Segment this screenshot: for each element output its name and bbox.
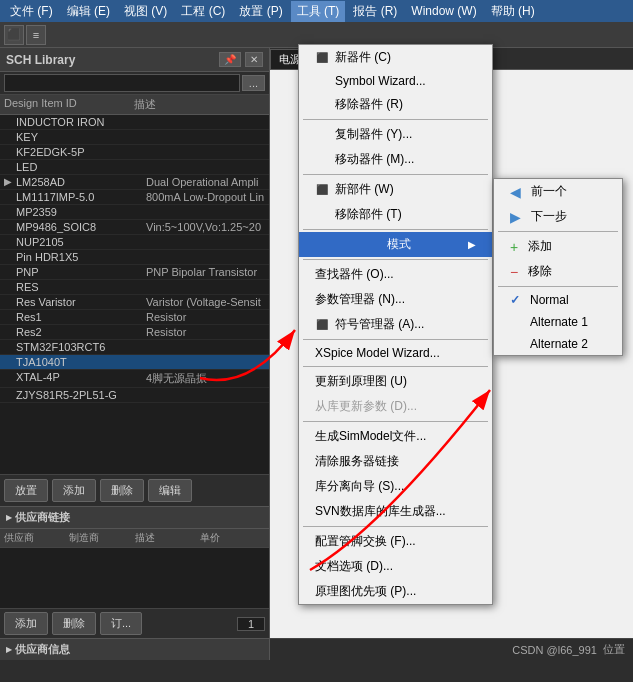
- symbol-wizard-icon: [315, 74, 329, 88]
- menu-pin-swap[interactable]: 配置管脚交换 (F)...: [299, 529, 492, 554]
- list-item[interactable]: RES: [0, 280, 269, 295]
- menu-lib-split[interactable]: 库分离向导 (S)...: [299, 474, 492, 499]
- menu-simmodel[interactable]: 生成SimModel文件...: [299, 424, 492, 449]
- menu-schematic-prefs[interactable]: 原理图优先项 (P)...: [299, 579, 492, 604]
- search-button[interactable]: ...: [242, 75, 265, 91]
- menu-tools[interactable]: 工具 (T): [291, 1, 346, 22]
- menu-xspice[interactable]: XSpice Model Wizard...: [299, 342, 492, 364]
- page-control: [237, 617, 265, 631]
- menu-update-schematic[interactable]: 更新到原理图 (U): [299, 369, 492, 394]
- panel-close-btn[interactable]: ✕: [245, 52, 263, 67]
- supplier-col-vendor: 供应商: [4, 531, 69, 545]
- supplier-link-header[interactable]: ▸ 供应商链接: [0, 507, 269, 529]
- list-item[interactable]: INDUCTOR IRON: [0, 115, 269, 130]
- menu-symbol-wizard[interactable]: Symbol Wizard...: [299, 70, 492, 92]
- supplier-order-btn[interactable]: 订...: [100, 612, 142, 635]
- toolbar-icon-1[interactable]: ⬛: [4, 25, 24, 45]
- item-desc: Varistor (Voltage-Sensit: [146, 296, 265, 308]
- menu-new-part[interactable]: ⬛ 新部件 (W): [299, 177, 492, 202]
- prev-icon: ◀: [510, 184, 521, 200]
- add-button[interactable]: 添加: [52, 479, 96, 502]
- menu-project[interactable]: 工程 (C): [175, 1, 231, 22]
- list-item[interactable]: Res VaristorVaristor (Voltage-Sensit: [0, 295, 269, 310]
- list-item[interactable]: KF2EDGK-5P: [0, 145, 269, 160]
- remove-component-icon: [315, 98, 329, 112]
- sep5: [303, 339, 488, 340]
- item-id: RES: [16, 281, 146, 293]
- menu-view[interactable]: 视图 (V): [118, 1, 173, 22]
- list-item[interactable]: TJA1040T: [0, 355, 269, 370]
- menu-doc-options[interactable]: 文档选项 (D)...: [299, 554, 492, 579]
- menu-edit[interactable]: 编辑 (E): [61, 1, 116, 22]
- item-id: MP9486_SOIC8: [16, 221, 146, 233]
- item-desc: [146, 161, 265, 173]
- menu-move-component[interactable]: 移动器件 (M)...: [299, 147, 492, 172]
- list-item[interactable]: Pin HDR1X5: [0, 250, 269, 265]
- list-item[interactable]: LM1117IMP-5.0800mA Low-Dropout Lin: [0, 190, 269, 205]
- panel-pin-btn[interactable]: 📌: [219, 52, 241, 67]
- list-item[interactable]: NUP2105: [0, 235, 269, 250]
- menu-window[interactable]: Window (W): [405, 2, 482, 20]
- menu-update-params[interactable]: 从库更新参数 (D)...: [299, 394, 492, 419]
- tools-dropdown: ⬛ 新器件 (C) Symbol Wizard... 移除器件 (R) 复制器件…: [298, 44, 493, 605]
- menu-remove-component[interactable]: 移除器件 (R): [299, 92, 492, 117]
- list-item[interactable]: MP9486_SOIC8Vin:5~100V,Vo:1.25~20: [0, 220, 269, 235]
- menu-help[interactable]: 帮助 (H): [485, 1, 541, 22]
- copy-icon: [315, 128, 329, 142]
- page-input[interactable]: [237, 617, 265, 631]
- menu-copy-component[interactable]: 复制器件 (Y)...: [299, 122, 492, 147]
- mode-alt2[interactable]: ✓ Alternate 2: [494, 333, 622, 355]
- menu-svn-lib[interactable]: SVN数据库的库生成器...: [299, 499, 492, 524]
- mode-remove[interactable]: − 移除: [494, 259, 622, 284]
- supplier-add-btn[interactable]: 添加: [4, 612, 48, 635]
- list-item[interactable]: STM32F103RCT6: [0, 340, 269, 355]
- supplier-info-header[interactable]: ▸ 供应商信息: [0, 638, 269, 660]
- list-item[interactable]: ▶LM258ADDual Operational Ampli: [0, 175, 269, 190]
- supplier-body: [0, 548, 269, 608]
- menu-find-component[interactable]: 查找器件 (O)...: [299, 262, 492, 287]
- list-item[interactable]: Res2Resistor: [0, 325, 269, 340]
- search-input[interactable]: [4, 74, 240, 92]
- list-item[interactable]: Res1Resistor: [0, 310, 269, 325]
- delete-button[interactable]: 删除: [100, 479, 144, 502]
- item-desc: [146, 356, 265, 368]
- toolbar-icon-2[interactable]: ≡: [26, 25, 46, 45]
- supplier-link-section: ▸ 供应商链接 供应商 制造商 描述 单价 添加 删除 订...: [0, 506, 269, 638]
- list-item[interactable]: PNPPNP Bipolar Transistor: [0, 265, 269, 280]
- menu-clear-server[interactable]: 清除服务器链接: [299, 449, 492, 474]
- menu-mode[interactable]: 模式 ▶: [299, 232, 492, 257]
- item-desc: [146, 281, 265, 293]
- item-id: NUP2105: [16, 236, 146, 248]
- place-button[interactable]: 放置: [4, 479, 48, 502]
- item-id: STM32F103RCT6: [16, 341, 146, 353]
- list-item[interactable]: KEY: [0, 130, 269, 145]
- list-item[interactable]: XTAL-4P4脚无源晶振: [0, 370, 269, 388]
- edit-button[interactable]: 编辑: [148, 479, 192, 502]
- menu-file[interactable]: 文件 (F): [4, 1, 59, 22]
- mode-prev[interactable]: ◀ 前一个: [494, 179, 622, 204]
- menu-remove-part[interactable]: 移除部件 (T): [299, 202, 492, 227]
- item-id: KEY: [16, 131, 146, 143]
- mode-add[interactable]: + 添加: [494, 234, 622, 259]
- menu-new-component[interactable]: ⬛ 新器件 (C): [299, 45, 492, 70]
- item-desc: [146, 116, 265, 128]
- list-item[interactable]: ZJYS81R5-2PL51-G: [0, 388, 269, 403]
- item-desc: 4脚无源晶振: [146, 371, 265, 386]
- sep2: [303, 174, 488, 175]
- list-item[interactable]: LED: [0, 160, 269, 175]
- menu-param-manager[interactable]: 参数管理器 (N)...: [299, 287, 492, 312]
- col-id-header: Design Item ID: [4, 97, 134, 112]
- menu-place[interactable]: 放置 (P): [233, 1, 288, 22]
- status-bar: CSDN @l66_991 位置: [270, 638, 633, 660]
- remove-part-icon: [315, 208, 329, 222]
- mode-alt1[interactable]: ✓ Alternate 1: [494, 311, 622, 333]
- sep3: [303, 229, 488, 230]
- menu-symbol-manager[interactable]: ⬛ 符号管理器 (A)...: [299, 312, 492, 337]
- list-item[interactable]: MP2359: [0, 205, 269, 220]
- mode-normal[interactable]: ✓ Normal: [494, 289, 622, 311]
- mode-next[interactable]: ▶ 下一步: [494, 204, 622, 229]
- item-desc: PNP Bipolar Transistor: [146, 266, 265, 278]
- symbol-manager-icon: ⬛: [315, 318, 329, 332]
- supplier-del-btn[interactable]: 删除: [52, 612, 96, 635]
- menu-report[interactable]: 报告 (R): [347, 1, 403, 22]
